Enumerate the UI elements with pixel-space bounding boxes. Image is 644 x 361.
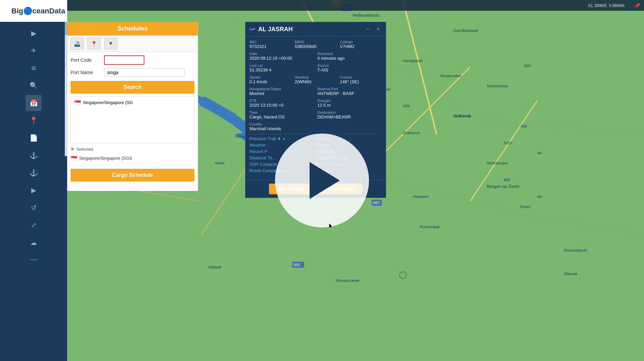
- field-received: Received 4 minutes ago: [317, 52, 382, 61]
- svg-text:Dinteloord: Dinteloord: [403, 131, 420, 135]
- vessel-speed-grid: Speed 0.1 knots Heading 2(WNW) Course 14…: [249, 75, 382, 84]
- logo-area: ☰ Big🔵ceanData: [0, 0, 67, 22]
- field-country: Country Marshall Islands: [249, 122, 382, 131]
- nav-calendar[interactable]: 📅: [26, 95, 42, 111]
- type-value: Cargo, hazard OS: [249, 114, 285, 119]
- country-value: Marshall Islands: [249, 126, 281, 131]
- vessel-lat-grid: Last Lat 51.35239 4 Source T-AIS: [249, 63, 382, 72]
- selected-header: ✕ Selected: [71, 147, 194, 152]
- destination-value: DEHAM>BEANR: [317, 114, 351, 119]
- schedules-panel: Schedules 🚢 📍 ▼ Port Code Port Name Sear…: [67, 22, 198, 191]
- nav-icons: ▶ ✈ ≋ 🔍 📅 📍 📄 ⚓ ⚓ ▶ ↺ ⤢ ☁ 〰: [0, 22, 67, 268]
- nearest-port-value: ANTWERP - BASF: [317, 91, 354, 96]
- scroll-bar[interactable]: [65, 22, 67, 156]
- selected-section: ✕ Selected 🇸🇬 Singapore/Singapore (SGS: [71, 147, 194, 163]
- menu-icon[interactable]: ☰: [2, 7, 9, 15]
- nav-play[interactable]: ▶: [26, 182, 42, 198]
- vessel-type-grid: Type Cargo, hazard OS Destination DEHAM>…: [249, 110, 382, 119]
- nav-port[interactable]: 📍: [26, 112, 42, 128]
- callsign-label: Callsign: [340, 40, 382, 44]
- heading-value: 2(WNW): [295, 79, 312, 84]
- selected-label: Selected: [76, 147, 93, 152]
- svg-text:Roosendrecht: Roosendrecht: [564, 248, 587, 252]
- draught-label: Draught: [317, 99, 382, 103]
- svg-text:Kloosterzande: Kloosterzande: [336, 278, 359, 282]
- svg-text:N57: N57: [373, 201, 380, 205]
- result-item[interactable]: 🇸🇬 Singapore/Singapore (SG: [71, 97, 194, 108]
- callsign-value: V7HM2: [340, 44, 354, 49]
- received-value: 4 minutes ago: [317, 56, 345, 61]
- play-circle[interactable]: [275, 134, 369, 227]
- field-mmsi: MMSI 538005845: [295, 40, 337, 49]
- lat-label: Last Lat: [249, 63, 314, 67]
- svg-text:A58: A58: [504, 178, 510, 182]
- eta-label: ETA: [249, 99, 314, 103]
- speed-label: Speed: [249, 75, 291, 79]
- destination-label: Destination: [317, 110, 382, 114]
- nearest-port-label: Nearest Port: [317, 87, 382, 91]
- port-code-row: Port Code: [67, 52, 198, 67]
- svg-text:A29: A29: [524, 64, 531, 68]
- pin-icon: 📌: [635, 3, 640, 8]
- play-overlay[interactable]: [275, 134, 369, 227]
- tab-ship[interactable]: 🚢: [71, 38, 84, 50]
- field-draught: Draught 12.5 m: [317, 99, 382, 108]
- field-heading: Heading 2(WNW): [295, 75, 337, 84]
- port-name-input[interactable]: [104, 68, 185, 77]
- result-name: Singapore/Singapore (SG: [83, 100, 133, 105]
- received-label: Received: [317, 52, 382, 56]
- svg-text:Tiengemeten: Tiengemeten: [440, 74, 461, 78]
- field-nearest-port: Nearest Port ANTWERP - BASF: [317, 87, 382, 96]
- imo-label: IMO: [249, 40, 291, 44]
- nav-search[interactable]: 🔍: [26, 78, 42, 94]
- results-list: 🇸🇬 Singapore/Singapore (SG: [71, 96, 194, 143]
- field-type: Type Cargo, hazard OS: [249, 110, 314, 119]
- nav-waves[interactable]: 〰: [26, 252, 42, 268]
- nav-expand[interactable]: ⤢: [26, 217, 42, 233]
- top-bar: 🌐 0 📡 0 ✈ 0 51.38969, 3.96866 📌: [0, 0, 644, 11]
- svg-text:Roosendaal: Roosendaal: [420, 225, 440, 229]
- field-eta: ETA 2020 13:15:00 +0: [249, 99, 314, 108]
- minimize-button[interactable]: −: [364, 25, 371, 33]
- country-label: Country: [249, 122, 382, 126]
- svg-text:Volkerak: Volkerak: [453, 113, 471, 118]
- schedules-tabs: 🚢 📍 ▼: [67, 36, 198, 52]
- port-code-input[interactable]: [104, 55, 144, 65]
- nav-document[interactable]: 📄: [26, 130, 42, 146]
- field-lat: Last Lat 51.35239 4: [249, 63, 314, 72]
- field-date: Date 2020 09:12:16 +00:00: [249, 52, 314, 61]
- lat-value: 51.35239 4: [249, 67, 271, 72]
- nav-layers[interactable]: ≋: [26, 60, 42, 76]
- field-speed: Speed 0.1 knots: [249, 75, 291, 84]
- nav-anchor1[interactable]: ⚓: [26, 147, 42, 163]
- draught-value: 12.5 m: [317, 103, 331, 108]
- logo: Big🔵ceanData: [11, 7, 65, 15]
- date-label: Date: [249, 52, 314, 56]
- nav-anchor2[interactable]: ⚓: [26, 165, 42, 181]
- cargo-schedule-button[interactable]: Cargo Schedule: [71, 169, 194, 182]
- nav-air[interactable]: ✈: [26, 43, 42, 59]
- nav-navigation[interactable]: ▶: [26, 25, 42, 41]
- nav-replay[interactable]: ↺: [26, 200, 42, 216]
- search-button[interactable]: Search: [71, 81, 194, 94]
- svg-text:Oud-Beijerland: Oud-Beijerland: [453, 29, 478, 33]
- close-button[interactable]: ×: [375, 25, 382, 33]
- mmsi-label: MMSI: [295, 40, 337, 44]
- eta-value: 2020 13:15:00 +0: [249, 103, 284, 108]
- tab-filter[interactable]: ▼: [104, 38, 118, 50]
- clear-selected-button[interactable]: ✕: [71, 147, 74, 152]
- date-value: 2020 09:12:16 +00:00: [249, 56, 292, 61]
- tab-location[interactable]: 📍: [87, 38, 101, 50]
- scroll-thumb[interactable]: [65, 22, 67, 35]
- vessel-date-grid: Date 2020 09:12:16 +00:00 Received 4 min…: [249, 52, 382, 61]
- schedules-header: Schedules: [67, 22, 198, 36]
- field-callsign: Callsign V7HM2: [340, 40, 382, 49]
- nav-cloud[interactable]: ☁: [26, 235, 42, 251]
- svg-text:Veere: Veere: [215, 161, 225, 165]
- svg-text:Haringslivet: Haringslivet: [403, 59, 422, 63]
- svg-text:Steenbergen: Steenbergen: [487, 161, 508, 165]
- imo-value: 9732321: [249, 44, 267, 49]
- svg-text:A4: A4: [537, 195, 542, 199]
- field-imo: IMO 9732321: [249, 40, 291, 49]
- nav-status-label: Navigational Status: [249, 87, 314, 91]
